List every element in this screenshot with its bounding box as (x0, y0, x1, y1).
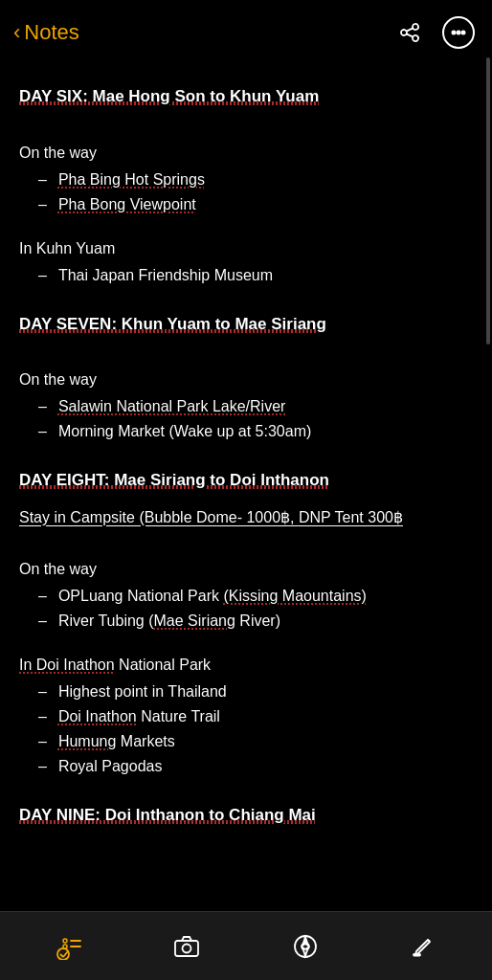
day-seven-heading: DAY SEVEN: Khun Yuam to Mae Siriang (19, 312, 473, 337)
more-button[interactable] (442, 16, 475, 49)
svg-point-2 (462, 32, 465, 34)
day-nine-section: DAY NINE: Doi Inthanon to Chiang Mai (19, 803, 473, 828)
list-item: – River Tubing (Mae Siriang River) (19, 610, 473, 633)
bullet: – (38, 420, 47, 443)
back-nav[interactable]: ‹ Notes (13, 20, 79, 45)
list-item: – Humung Markets (19, 730, 473, 753)
bullet: – (38, 680, 47, 703)
bullet: – (38, 705, 47, 728)
back-chevron-icon: ‹ (13, 22, 20, 43)
svg-line-5 (63, 951, 68, 957)
share-icon (398, 21, 421, 44)
svg-point-9 (63, 945, 67, 948)
day-eight-section: DAY EIGHT: Mae Siriang to Doi Inthanon S… (19, 468, 473, 778)
svg-point-3 (57, 948, 69, 960)
svg-marker-14 (302, 937, 308, 946)
compose-button[interactable] (402, 925, 444, 968)
bullet: – (38, 193, 47, 216)
header-actions (391, 13, 475, 52)
list-item: – Doi Inathon Nature Trail (19, 705, 473, 728)
day-six-on-the-way-label: On the way (19, 142, 473, 165)
bullet: – (38, 610, 47, 633)
bullet: – (38, 755, 47, 778)
day-seven-section: DAY SEVEN: Khun Yuam to Mae Siriang On t… (19, 312, 473, 444)
list-item: – Pha Bing Hot Springs (19, 168, 473, 191)
svg-rect-10 (175, 941, 198, 956)
list-item: – Salawin National Park Lake/River (19, 395, 473, 418)
day-eight-heading: DAY EIGHT: Mae Siriang to Doi Inthanon (19, 468, 473, 493)
bullet: – (38, 730, 47, 753)
list-item: – Highest point in Thailand (19, 680, 473, 703)
day-eight-on-the-way-label: On the way (19, 558, 473, 581)
list-item: – Morning Market (Wake up at 5:30am) (19, 420, 473, 443)
header: ‹ Notes (0, 0, 492, 61)
bullet: – (38, 395, 47, 418)
compass-button[interactable] (284, 925, 326, 968)
day-eight-stay-info: Stay in Campsite (Bubble Dome- 1000฿, DN… (19, 506, 473, 529)
camera-button[interactable] (166, 925, 208, 968)
list-item: – Royal Pagodas (19, 755, 473, 778)
notes-content: DAY SIX: Mae Hong Son to Khun Yuam On th… (0, 61, 492, 917)
bullet: – (38, 168, 47, 191)
svg-point-11 (183, 944, 191, 952)
bullet: – (38, 264, 47, 287)
checklist-button[interactable] (48, 925, 90, 968)
more-icon (450, 24, 467, 41)
list-item: – Pha Bong Viewpoint (19, 193, 473, 216)
day-eight-in-doi-label: In Doi Inathon National Park (19, 654, 473, 677)
svg-marker-15 (302, 947, 308, 956)
checklist-icon (56, 933, 82, 960)
compose-icon (410, 933, 436, 960)
list-item: – OPLuang National Park (Kissing Maounta… (19, 585, 473, 608)
day-nine-heading: DAY NINE: Doi Inthanon to Chiang Mai (19, 803, 473, 828)
compass-icon (292, 933, 319, 960)
bottom-toolbar (0, 911, 492, 980)
svg-rect-16 (414, 954, 420, 956)
day-six-section: DAY SIX: Mae Hong Son to Khun Yuam On th… (19, 84, 473, 287)
svg-point-1 (458, 32, 460, 34)
day-six-heading: DAY SIX: Mae Hong Son to Khun Yuam (19, 84, 473, 109)
scrollbar[interactable] (486, 57, 490, 345)
day-six-in-kuhn-yuam-label: In Kuhn Yuam (19, 237, 473, 260)
list-item: – Thai Japan Friendship Museum (19, 264, 473, 287)
camera-icon (173, 933, 200, 960)
share-button[interactable] (391, 13, 429, 52)
day-seven-on-the-way-label: On the way (19, 368, 473, 391)
bullet: – (38, 585, 47, 608)
svg-point-0 (453, 32, 456, 34)
svg-point-8 (63, 939, 67, 943)
header-title: Notes (24, 20, 78, 45)
